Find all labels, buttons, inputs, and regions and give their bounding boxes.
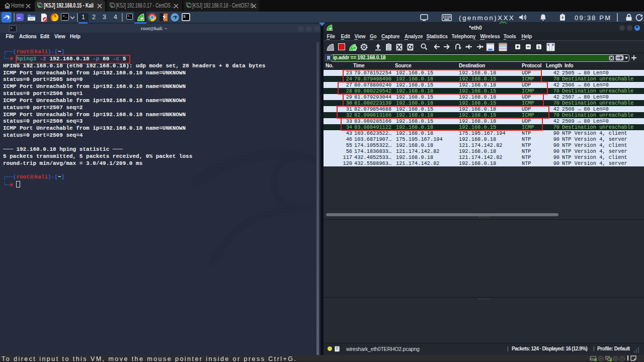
- svg-text:1: 1: [538, 45, 540, 49]
